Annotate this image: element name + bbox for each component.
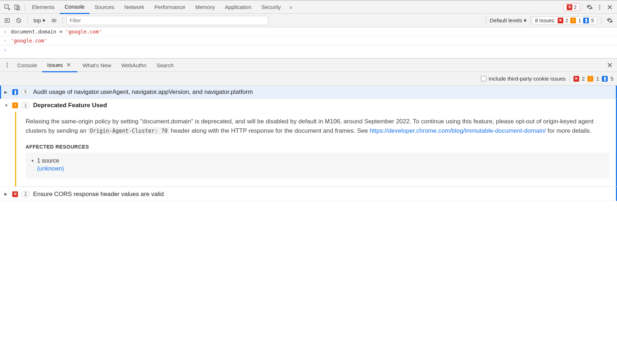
error-count-badge[interactable]: ✕ 2 [563,3,580,11]
code-text: document.domain = [11,29,66,35]
console-settings-gear-icon[interactable] [605,15,615,26]
console-toolbar: top ▾ Default levels ▾ 8 Issues: ✕ 2 ! 1… [0,14,617,27]
svg-point-12 [7,67,8,68]
drawer-menu-icon[interactable] [2,60,12,70]
clear-console-icon[interactable] [14,15,24,26]
issue-count: 2 [22,191,30,197]
close-drawer-icon[interactable] [605,60,615,70]
issue-detail-panel: Relaxing the same-origin policy by setti… [15,112,617,187]
code-snippet: Origin-Agent-Cluster: ?0 [88,127,169,135]
divider [63,17,63,24]
tab-application[interactable]: Application [220,0,256,14]
include-third-party-checkbox[interactable]: Include third-party cookie issues [481,76,566,82]
close-devtools-icon[interactable] [605,2,615,12]
source-toggle[interactable]: ▼ 1 source [31,156,604,165]
prompt-arrow-icon: › [4,47,8,56]
issues-label: 8 Issues: [535,18,555,23]
affected-resources-header: Affected Resources [26,144,609,150]
issues-toolbar: Include third-party cookie issues ✕ 2 ! … [0,72,617,86]
issue-count-badges: ✕ 2 ! 1 ❚ 5 [569,76,613,82]
code-string: 'google.com' [66,29,102,35]
drawer-tab-label: Issues [47,62,63,68]
issue-deprecated-feature[interactable]: ▼ ! 1 Deprecated Feature Used [0,99,617,112]
drawer-tab-search[interactable]: Search [152,58,179,72]
err-count: 2 [582,76,585,82]
toggle-sidebar-icon[interactable] [2,15,12,26]
console-output: › document.domain = 'google.com' ‹ 'goog… [0,27,617,58]
source-link[interactable]: (unknown) [31,165,604,172]
tab-security[interactable]: Security [256,0,286,14]
live-expression-icon[interactable] [49,15,59,26]
close-tab-icon[interactable]: ✕ [65,62,72,68]
svg-point-4 [599,6,600,8]
info-icon: ❚ [602,76,608,82]
issues-error-count: 2 [566,18,568,23]
result-value: 'google.com' [11,38,47,44]
tab-performance[interactable]: Performance [149,0,190,14]
issues-warn-count: 1 [578,18,581,23]
issue-count: 1 [22,102,30,109]
drawer-tab-console[interactable]: Console [12,58,42,72]
info-count: 5 [611,76,613,82]
info-icon: ❚ [12,89,18,95]
issue-title: Ensure CORS response header values are v… [33,191,164,198]
issue-description: Relaxing the same-origin policy by setti… [26,117,609,136]
divider [601,17,601,24]
more-tabs-icon[interactable]: » [286,4,296,10]
warn-count: 1 [596,76,599,82]
issue-count: 5 [22,89,30,95]
drawer-tab-whatsnew[interactable]: What's New [77,58,116,72]
warning-icon: ! [12,103,18,108]
tab-network[interactable]: Network [120,0,149,14]
svg-point-3 [599,5,600,6]
collapse-triangle-icon: ▼ [31,159,35,163]
inspect-icon[interactable] [2,2,12,12]
source-count-label: 1 source [37,158,59,164]
kebab-menu-icon[interactable] [595,2,605,12]
tab-elements[interactable]: Elements [27,0,60,14]
collapse-triangle-icon[interactable]: ▼ [4,103,9,108]
svg-point-11 [7,65,8,66]
device-toggle-icon[interactable] [12,2,22,12]
error-icon: ✕ [567,4,572,10]
tab-memory[interactable]: Memory [190,0,220,14]
divider [27,17,28,24]
main-tab-bar: Elements Console Sources Network Perform… [0,0,617,14]
expand-triangle-icon[interactable]: ▶ [4,192,9,196]
filter-input[interactable] [67,16,268,25]
error-icon: ✕ [558,18,563,23]
issues-info-count: 5 [591,18,594,23]
svg-point-5 [599,8,600,9]
divider [24,4,25,11]
svg-rect-1 [15,5,18,9]
svg-point-10 [7,63,8,64]
error-icon: ✕ [12,191,18,197]
log-levels-dropdown[interactable]: Default levels ▾ [486,16,531,25]
prompt-arrow-icon: › [4,29,8,35]
console-input-row[interactable]: › document.domain = 'google.com' [0,27,617,36]
affected-resources-box: ▼ 1 source (unknown) [26,153,609,178]
doc-link[interactable]: https://developer.chrome.com/blog/immuta… [370,127,546,134]
drawer-tab-issues[interactable]: Issues ✕ [42,59,77,72]
caret-down-icon: ▾ [524,17,527,24]
info-icon: ❚ [583,18,589,23]
context-dropdown[interactable]: top ▾ [31,17,48,24]
settings-gear-icon[interactable] [585,2,595,12]
tab-console[interactable]: Console [60,0,90,14]
caret-down-icon: ▾ [42,17,45,24]
levels-label: Default levels [490,17,522,23]
warning-icon: ! [587,76,593,82]
error-icon: ✕ [573,76,579,82]
console-result-row[interactable]: ‹ 'google.com' [0,36,617,45]
drawer-tab-webauthn[interactable]: WebAuthn [116,58,152,72]
issue-audit-useragent[interactable]: ▶ ❚ 5 Audit usage of navigator.userAgent… [0,86,617,99]
error-count: 2 [574,4,577,10]
expand-triangle-icon[interactable]: ▶ [4,90,9,95]
checkbox[interactable] [481,76,486,81]
return-arrow-icon: ‹ [4,38,8,44]
issue-title: Deprecated Feature Used [33,102,107,109]
tab-sources[interactable]: Sources [90,0,120,14]
issue-cors[interactable]: ▶ ✕ 2 Ensure CORS response header values… [0,187,617,201]
issues-summary-button[interactable]: 8 Issues: ✕ 2 ! 1 ❚ 5 [532,17,597,24]
console-prompt-row[interactable]: › [0,45,617,58]
